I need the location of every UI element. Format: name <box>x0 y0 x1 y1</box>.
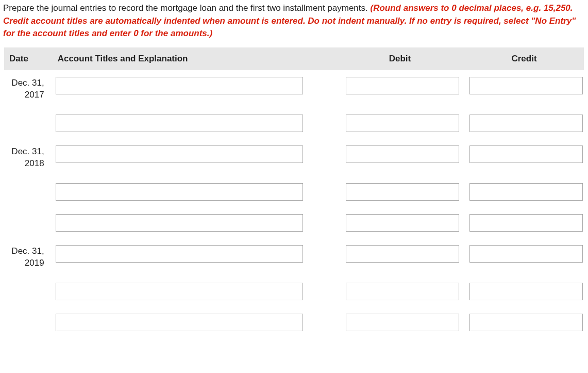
date-cell: Dec. 31, 2018 <box>4 139 53 176</box>
journal-body: Dec. 31, 2017 <box>4 70 584 338</box>
debit-input[interactable] <box>346 283 459 300</box>
header-debit: Debit <box>335 47 464 70</box>
credit-input[interactable] <box>469 115 583 132</box>
date-line1: Dec. 31, <box>11 246 44 256</box>
credit-input[interactable] <box>469 283 583 300</box>
account-cell <box>53 207 335 238</box>
credit-input[interactable] <box>469 77 583 94</box>
account-cell <box>53 307 335 338</box>
header-date: Date <box>4 47 53 70</box>
debit-cell <box>335 238 464 276</box>
date-cell <box>4 108 53 139</box>
credit-input[interactable] <box>469 245 583 263</box>
table-row <box>4 207 584 238</box>
date-line2: 2018 <box>25 158 44 168</box>
credit-input[interactable] <box>469 145 583 163</box>
journal-table: Date Account Titles and Explanation Debi… <box>4 47 584 338</box>
account-cell <box>53 108 335 139</box>
account-input[interactable] <box>56 77 303 94</box>
table-row <box>4 307 584 338</box>
account-input[interactable] <box>56 283 303 300</box>
credit-cell <box>464 139 584 176</box>
credit-cell <box>464 176 584 207</box>
instructions-text: Prepare the journal entries to record th… <box>0 0 588 47</box>
credit-cell <box>464 307 584 338</box>
account-input[interactable] <box>56 245 303 263</box>
debit-input[interactable] <box>346 77 459 94</box>
journal-table-wrap: Date Account Titles and Explanation Debi… <box>0 47 588 342</box>
credit-cell <box>464 70 584 108</box>
credit-input[interactable] <box>469 183 583 201</box>
account-input[interactable] <box>56 314 303 331</box>
date-line2: 2019 <box>25 258 44 268</box>
debit-cell <box>335 139 464 176</box>
debit-input[interactable] <box>346 314 459 331</box>
instructions-black: Prepare the journal entries to record th… <box>3 3 371 13</box>
date-cell <box>4 276 53 307</box>
debit-cell <box>335 70 464 108</box>
account-cell <box>53 139 335 176</box>
credit-input[interactable] <box>469 214 583 232</box>
account-cell <box>53 238 335 276</box>
credit-cell <box>464 238 584 276</box>
table-row <box>4 276 584 307</box>
table-row <box>4 176 584 207</box>
debit-cell <box>335 176 464 207</box>
account-input[interactable] <box>56 183 303 201</box>
date-cell <box>4 207 53 238</box>
table-row: Dec. 31, 2017 <box>4 70 584 108</box>
account-cell <box>53 176 335 207</box>
table-row: Dec. 31, 2019 <box>4 238 584 276</box>
debit-cell <box>335 207 464 238</box>
date-cell <box>4 176 53 207</box>
date-line2: 2017 <box>25 90 44 100</box>
debit-cell <box>335 276 464 307</box>
debit-input[interactable] <box>346 245 459 263</box>
debit-input[interactable] <box>346 145 459 163</box>
account-cell <box>53 276 335 307</box>
header-row: Date Account Titles and Explanation Debi… <box>4 47 584 70</box>
credit-input[interactable] <box>469 314 583 331</box>
credit-cell <box>464 108 584 139</box>
account-cell <box>53 70 335 108</box>
date-line1: Dec. 31, <box>11 78 44 88</box>
header-account: Account Titles and Explanation <box>53 47 335 70</box>
date-cell: Dec. 31, 2017 <box>4 70 53 108</box>
header-credit: Credit <box>464 47 584 70</box>
date-cell: Dec. 31, 2019 <box>4 238 53 276</box>
credit-cell <box>464 207 584 238</box>
debit-input[interactable] <box>346 115 459 132</box>
debit-cell <box>335 108 464 139</box>
date-cell <box>4 307 53 338</box>
table-row <box>4 108 584 139</box>
account-input[interactable] <box>56 214 303 232</box>
account-input[interactable] <box>56 145 303 163</box>
debit-input[interactable] <box>346 183 459 201</box>
account-input[interactable] <box>56 115 303 132</box>
table-row: Dec. 31, 2018 <box>4 139 584 176</box>
debit-cell <box>335 307 464 338</box>
date-line1: Dec. 31, <box>11 147 44 156</box>
debit-input[interactable] <box>346 214 459 232</box>
credit-cell <box>464 276 584 307</box>
